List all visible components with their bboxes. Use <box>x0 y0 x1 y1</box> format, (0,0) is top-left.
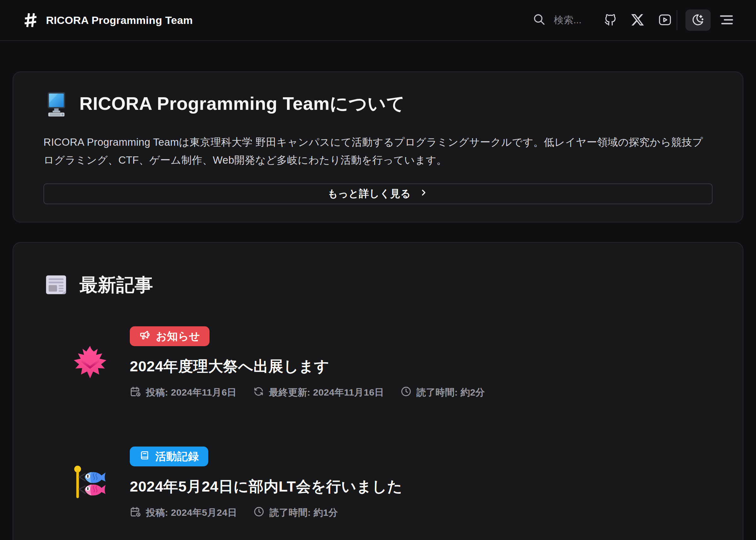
search-input[interactable]: 検索... <box>533 13 582 27</box>
article-body: 活動記録 2024年5月24日に部内LT会を行いました <box>130 447 403 519</box>
github-icon <box>604 13 617 28</box>
menu-icon <box>719 13 734 28</box>
posted-date: 投稿: 2024年11月6日 <box>130 386 237 399</box>
article-list: お知らせ 2024年度理大祭へ出展します <box>44 326 712 519</box>
youtube-icon <box>658 13 672 28</box>
calendar-icon <box>130 506 141 519</box>
article-item: お知らせ 2024年度理大祭へ出展します <box>44 326 712 399</box>
search-placeholder: 検索... <box>554 14 582 27</box>
sharp-logo-icon <box>23 12 38 28</box>
read-time: 読了時間: 約1分 <box>253 506 338 519</box>
read-time: 読了時間: 約2分 <box>400 386 485 399</box>
theme-toggle-button[interactable] <box>685 9 711 31</box>
article-meta: 投稿: 2024年5月24日 読了時間: 約1分 <box>130 506 338 519</box>
moon-stars-icon <box>691 13 705 27</box>
calendar-icon <box>130 386 141 399</box>
x-twitter-link[interactable] <box>631 14 644 27</box>
hamburger-menu-button[interactable] <box>719 13 734 28</box>
x-twitter-icon <box>631 14 644 27</box>
article-meta: 投稿: 2024年11月6日 最終更新: 2024年11月16日 <box>130 386 485 399</box>
latest-title: 最新記事 <box>80 273 153 297</box>
category-badge-activity[interactable]: 活動記録 <box>130 447 208 467</box>
about-card-header: RICORA Programming Teamについて <box>44 91 712 117</box>
article-item: 活動記録 2024年5月24日に部内LT会を行いました <box>44 447 712 519</box>
main-content: RICORA Programming Teamについて RICORA Progr… <box>0 71 756 540</box>
desktop-computer-emoji <box>44 91 69 117</box>
newspaper-emoji <box>44 272 69 298</box>
about-card: RICORA Programming Teamについて RICORA Progr… <box>13 71 743 222</box>
navbar: RICORA Programming Team 検索... <box>0 0 756 41</box>
article-title-link[interactable]: 2024年度理大祭へ出展します <box>130 356 329 376</box>
clock-icon <box>253 506 265 519</box>
youtube-link[interactable] <box>658 13 672 28</box>
site-title: RICORA Programming Team <box>46 14 193 26</box>
book-icon <box>139 450 150 463</box>
read-more-label: もっと詳しく見る <box>328 187 411 201</box>
megaphone-icon <box>139 330 151 343</box>
article-body: お知らせ 2024年度理大祭へ出展します <box>130 326 485 399</box>
navbar-divider <box>676 10 677 30</box>
category-badge-news[interactable]: お知らせ <box>130 326 210 346</box>
navbar-actions: 検索... <box>533 9 734 31</box>
github-link[interactable] <box>604 13 617 28</box>
clock-icon <box>400 386 412 399</box>
latest-card-header: 最新記事 <box>44 272 712 298</box>
article-title-link[interactable]: 2024年5月24日に部内LT会を行いました <box>130 477 403 496</box>
refresh-icon <box>253 386 264 399</box>
about-description: RICORA Programming Teamは東京理科大学 野田キャンパスにて… <box>44 133 712 169</box>
site-brand[interactable]: RICORA Programming Team <box>23 12 193 28</box>
badge-label: お知らせ <box>156 329 200 343</box>
maple-leaf-emoji <box>71 344 109 382</box>
chevron-right-icon <box>419 188 428 200</box>
about-title: RICORA Programming Teamについて <box>80 91 405 116</box>
posted-date: 投稿: 2024年5月24日 <box>130 506 237 519</box>
read-more-button[interactable]: もっと詳しく見る <box>44 184 712 204</box>
search-icon <box>533 13 546 27</box>
updated-date: 最終更新: 2024年11月16日 <box>253 386 384 399</box>
carp-streamer-emoji <box>71 464 109 502</box>
badge-label: 活動記録 <box>155 449 199 464</box>
latest-articles-card: 最新記事 <box>13 242 743 540</box>
